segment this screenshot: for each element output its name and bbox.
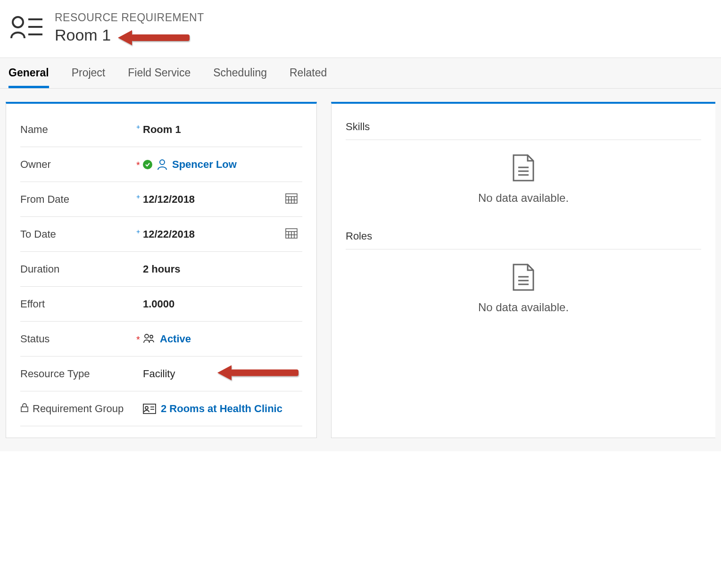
roles-empty-state: No data available. [346, 249, 701, 331]
svg-point-19 [150, 335, 153, 338]
field-duration[interactable]: Duration 2 hours [20, 252, 302, 287]
recommended-marker-icon: + [133, 193, 143, 200]
status-link-text[interactable]: Active [160, 333, 191, 345]
tab-related[interactable]: Related [290, 58, 327, 88]
tab-project[interactable]: Project [72, 58, 106, 88]
roles-empty-text: No data available. [478, 301, 569, 314]
svg-point-0 [13, 17, 23, 27]
tab-field-service[interactable]: Field Service [128, 58, 191, 88]
entity-type-label: RESOURCE REQUIREMENT [55, 11, 204, 24]
document-icon [512, 154, 535, 184]
field-status[interactable]: Status * Active [20, 322, 302, 356]
svg-rect-4 [131, 34, 190, 41]
to-date-text: 12/22/2018 [143, 228, 195, 240]
field-name-value[interactable]: Room 1 [143, 124, 302, 136]
field-duration-label: Duration [20, 263, 59, 275]
tab-bar: General Project Field Service Scheduling… [0, 58, 721, 89]
field-name[interactable]: Name + Room 1 [20, 112, 302, 147]
svg-point-5 [160, 160, 165, 165]
field-effort-label: Effort [20, 298, 45, 310]
field-duration-value[interactable]: 2 hours [143, 263, 302, 275]
skills-empty-state: No data available. [346, 140, 701, 222]
resource-requirement-icon [9, 15, 43, 41]
field-to-date-value[interactable]: 12/22/2018 [143, 227, 302, 241]
field-effort-value[interactable]: 1.0000 [143, 298, 302, 310]
field-resource-type[interactable]: Resource Type Facility [20, 356, 302, 391]
lock-icon [20, 403, 29, 414]
tab-scheduling[interactable]: Scheduling [213, 58, 267, 88]
recommended-marker-icon: + [133, 228, 143, 235]
field-owner-label: Owner [20, 158, 51, 171]
from-date-text: 12/12/2018 [143, 193, 195, 206]
field-from-date-value[interactable]: 12/12/2018 [143, 192, 302, 207]
field-to-date[interactable]: To Date + 12/22/2018 [20, 217, 302, 252]
status-icon [143, 333, 155, 345]
tab-general[interactable]: General [8, 58, 49, 88]
group-card-icon [143, 404, 156, 414]
callout-arrow-title [118, 27, 193, 50]
user-icon [157, 159, 167, 170]
callout-arrow-resource-type [217, 362, 302, 385]
field-name-label: Name [20, 124, 48, 136]
roles-section-header: Roles [346, 222, 701, 249]
svg-point-18 [145, 334, 149, 338]
related-panel: Skills No data available. Roles No data … [331, 102, 715, 438]
page-header: RESOURCE REQUIREMENT Room 1 [0, 0, 721, 58]
field-effort[interactable]: Effort 1.0000 [20, 287, 302, 322]
field-requirement-group[interactable]: Requirement Group 2 Rooms at Health Clin… [20, 391, 302, 426]
verified-icon [143, 160, 152, 169]
form-panel: Name + Room 1 Owner * Spencer Low [6, 102, 317, 438]
field-requirement-group-value[interactable]: 2 Rooms at Health Clinic [143, 403, 302, 415]
field-from-date[interactable]: From Date + 12/12/2018 [20, 182, 302, 217]
field-resource-type-label: Resource Type [20, 368, 90, 380]
calendar-icon[interactable] [285, 227, 302, 241]
owner-link-text[interactable]: Spencer Low [172, 158, 237, 171]
recommended-marker-icon: + [133, 123, 143, 131]
svg-rect-20 [231, 369, 298, 376]
field-to-date-label: To Date [20, 228, 56, 240]
document-icon [512, 264, 535, 293]
svg-point-23 [145, 406, 148, 409]
field-owner-value[interactable]: Spencer Low [143, 158, 302, 171]
calendar-icon[interactable] [285, 192, 302, 207]
requirement-group-link-text[interactable]: 2 Rooms at Health Clinic [161, 403, 282, 415]
skills-section-header: Skills [346, 112, 701, 140]
field-from-date-label: From Date [20, 193, 69, 206]
skills-empty-text: No data available. [478, 191, 569, 205]
required-marker-icon: * [133, 334, 143, 345]
field-owner[interactable]: Owner * Spencer Low [20, 147, 302, 182]
field-requirement-group-label: Requirement Group [33, 403, 124, 415]
svg-rect-21 [21, 407, 28, 412]
field-status-label: Status [20, 333, 50, 345]
required-marker-icon: * [133, 160, 143, 171]
content-area: Name + Room 1 Owner * Spencer Low [0, 89, 721, 451]
field-status-value[interactable]: Active [143, 333, 302, 345]
